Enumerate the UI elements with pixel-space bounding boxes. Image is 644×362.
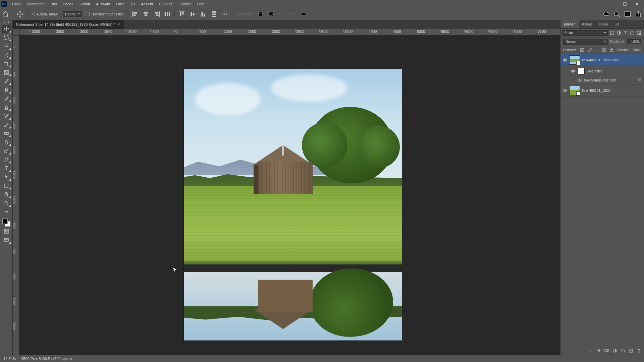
layer-mask-icon[interactable]: [604, 348, 609, 353]
lock-pixels-icon[interactable]: [580, 48, 585, 52]
document-tab[interactable]: Unbenannt-2 bei 14,3% (field-406181_1920…: [13, 20, 124, 29]
frame-tool[interactable]: [2, 68, 11, 76]
menu-schrift[interactable]: Schrift: [77, 1, 93, 7]
layer-filter-kind-dropdown[interactable]: Art: [562, 30, 608, 36]
layer-name[interactable]: field-406181_1920: [582, 89, 642, 93]
quick-mask-icon[interactable]: [2, 227, 11, 235]
move-tool[interactable]: [2, 25, 11, 33]
new-group-icon[interactable]: [621, 348, 625, 353]
color-swatch[interactable]: [2, 219, 10, 227]
visibility-icon[interactable]: [562, 88, 567, 93]
align-right-icon[interactable]: [153, 10, 160, 18]
smart-filter-item[interactable]: Bewegungsunschärfe: [560, 76, 644, 84]
menu-hilfe[interactable]: Hilfe: [194, 1, 207, 7]
layer-row[interactable]: field-406181_1920 Kopie: [560, 54, 644, 66]
tab-ebenen[interactable]: Ebenen: [560, 20, 579, 28]
magic-wand-tool[interactable]: [2, 51, 11, 59]
filter-type-icon[interactable]: [623, 31, 629, 36]
new-layer-icon[interactable]: [629, 348, 633, 353]
gradient-tool[interactable]: [2, 129, 11, 137]
layer-row[interactable]: field-406181_1920: [560, 84, 644, 97]
pen-tool[interactable]: [2, 156, 11, 164]
smart-filters-row[interactable]: Smartfilter: [560, 66, 644, 76]
filter-shape-icon[interactable]: [630, 31, 635, 36]
lock-artboard-icon[interactable]: [602, 48, 607, 52]
menu-auswahl[interactable]: Auswahl: [93, 1, 113, 7]
edit-toolbar-icon[interactable]: [2, 208, 11, 216]
align-center-h-icon[interactable]: [142, 10, 150, 18]
eyedropper-tool[interactable]: [2, 77, 11, 85]
filter-adjust-icon[interactable]: [616, 31, 622, 36]
clone-stamp-tool[interactable]: [2, 103, 11, 111]
history-brush-tool[interactable]: [2, 112, 11, 120]
distribute-v-icon[interactable]: [210, 10, 218, 18]
fill-input[interactable]: 100%: [632, 48, 641, 52]
align-center-v-icon[interactable]: [189, 10, 196, 18]
adjustment-layer-icon[interactable]: [612, 348, 617, 353]
canvas[interactable]: [19, 36, 560, 355]
layer-name[interactable]: field-406181_1920 Kopie: [582, 58, 640, 62]
search-icon[interactable]: [613, 10, 621, 18]
healing-brush-tool[interactable]: [2, 86, 11, 94]
window-minimize-button[interactable]: [607, 1, 619, 7]
menu-plugins[interactable]: Plug-ins: [156, 1, 175, 7]
hand-tool[interactable]: [2, 190, 11, 198]
zoom-tool[interactable]: [2, 199, 11, 207]
type-tool[interactable]: [2, 164, 11, 172]
eraser-tool[interactable]: [2, 121, 11, 129]
share-icon[interactable]: [635, 10, 642, 18]
menu-filter[interactable]: Filter: [113, 1, 127, 7]
menu-fenster[interactable]: Fenster: [176, 1, 194, 7]
blend-mode-dropdown[interactable]: Normal: [563, 39, 608, 45]
shape-tool[interactable]: [2, 182, 11, 190]
lock-all-icon[interactable]: [609, 48, 614, 52]
link-layers-icon[interactable]: [588, 348, 593, 353]
zoom-level[interactable]: 14,34%: [3, 357, 16, 361]
menu-3d[interactable]: 3D: [127, 1, 138, 7]
ruler-origin[interactable]: [13, 29, 19, 36]
brush-tool[interactable]: [2, 95, 11, 103]
filter-mask-thumbnail[interactable]: [577, 68, 585, 74]
menu-ebene[interactable]: Ebene: [60, 1, 76, 7]
lock-position-icon[interactable]: [595, 48, 599, 52]
delete-layer-icon[interactable]: [637, 348, 641, 353]
toolbar-collapse-icon[interactable]: [0, 21, 12, 24]
visibility-icon[interactable]: [571, 69, 575, 73]
blur-tool[interactable]: [2, 138, 11, 146]
menu-datei[interactable]: Datei: [9, 1, 23, 7]
window-close-button[interactable]: [631, 1, 643, 7]
opacity-input[interactable]: 100%: [627, 39, 641, 44]
filter-blend-icon[interactable]: [637, 77, 642, 83]
align-top-icon[interactable]: [178, 10, 185, 18]
window-maximize-button[interactable]: [619, 1, 631, 7]
document-info[interactable]: 4500 Px x 5400 Px (300 ppcm): [21, 357, 72, 361]
home-icon[interactable]: [2, 10, 9, 18]
auto-select-target-dropdown[interactable]: Ebene: [63, 11, 82, 17]
menu-bild[interactable]: Bild: [48, 1, 59, 7]
visibility-icon[interactable]: [562, 58, 567, 62]
filter-smart-icon[interactable]: [637, 31, 642, 36]
align-left-icon[interactable]: [131, 10, 139, 18]
filter-name[interactable]: Bewegungsunschärfe: [584, 78, 635, 82]
align-bottom-icon[interactable]: [200, 10, 207, 18]
auto-select-checkbox[interactable]: Autom. ausw.:: [31, 12, 59, 16]
lasso-tool[interactable]: [2, 42, 11, 50]
horizontal-ruler[interactable]: -3000-2500-2000-1500-1000-50005001000150…: [19, 29, 560, 36]
layer-thumbnail[interactable]: [569, 86, 580, 95]
marquee-tool[interactable]: [2, 34, 11, 42]
tab-3d[interactable]: 3D: [611, 20, 623, 28]
dodge-tool[interactable]: [2, 147, 11, 155]
crop-tool[interactable]: [2, 60, 11, 68]
layer-style-icon[interactable]: fx: [596, 348, 601, 353]
layer-thumbnail[interactable]: [569, 55, 580, 65]
transform-controls-checkbox[interactable]: Transformationsstrg.: [86, 12, 124, 16]
more-align-icon[interactable]: [221, 10, 228, 18]
filter-pixel-icon[interactable]: [610, 31, 615, 36]
visibility-icon[interactable]: [577, 78, 582, 82]
screen-mode-icon[interactable]: [2, 236, 11, 244]
vertical-ruler[interactable]: 0500100015002000250030003500400045005000…: [13, 36, 19, 355]
tab-pfade[interactable]: Pfade: [596, 20, 611, 28]
workspace-icon[interactable]: [624, 10, 631, 18]
tab-kanaele[interactable]: Kanäle: [579, 20, 596, 28]
doc-info-chevron-icon[interactable]: 〉: [77, 356, 80, 361]
